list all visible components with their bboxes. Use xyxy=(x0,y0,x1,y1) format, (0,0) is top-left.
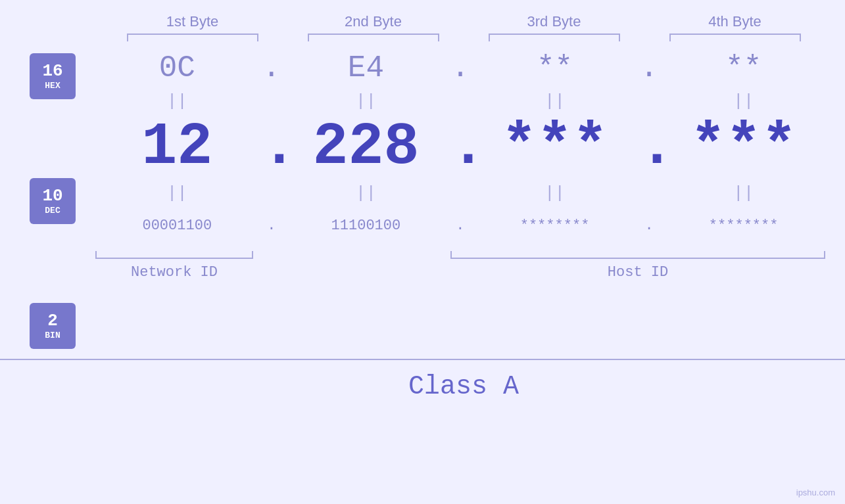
bin-dot-2: . xyxy=(450,218,470,234)
eq-2-1: || xyxy=(98,183,256,203)
top-bracket-1 xyxy=(127,34,258,41)
rows-area: 0C . E4 . ** . ** xyxy=(76,47,845,349)
byte-header-4: 4th Byte xyxy=(656,13,814,30)
eq-1-3: || xyxy=(476,91,634,111)
byte-headers: 1st Byte 2nd Byte 3rd Byte 4th Byte xyxy=(0,13,845,30)
hex-dot-3: . xyxy=(639,51,659,85)
byte-header-1: 1st Byte xyxy=(114,13,272,30)
bin-val-1: 00001100 xyxy=(98,218,256,234)
badges-column: 16 HEX 10 DEC 2 BIN xyxy=(0,47,76,349)
badge-hex-number: 16 xyxy=(42,62,62,80)
top-bracket-4 xyxy=(669,34,801,41)
top-brackets xyxy=(0,34,845,41)
main-container: 1st Byte 2nd Byte 3rd Byte 4th Byte 16 H… xyxy=(0,0,845,504)
dec-dot-2: . xyxy=(450,114,470,181)
class-label: Class A xyxy=(408,372,519,401)
badge-hex: 16 HEX xyxy=(30,53,76,99)
byte-header-3: 3rd Byte xyxy=(475,13,633,30)
content-wrapper: 16 HEX 10 DEC 2 BIN 0C . xyxy=(0,47,845,349)
network-id-label: Network ID xyxy=(95,264,253,281)
badge-dec-label: DEC xyxy=(45,206,60,216)
dec-val-2: 228 xyxy=(287,114,445,181)
bin-val-4: ******** xyxy=(665,218,823,234)
bin-dot-3: . xyxy=(639,218,659,234)
hex-val-3: ** xyxy=(476,51,634,85)
host-bracket-container xyxy=(450,251,825,259)
host-id-label: Host ID xyxy=(450,264,825,281)
badge-dec-number: 10 xyxy=(42,187,62,204)
dec-dot-3: . xyxy=(639,114,659,181)
bottom-brackets-wrapper xyxy=(95,251,825,259)
watermark: ipshu.com xyxy=(796,488,835,497)
host-bottom-bracket xyxy=(450,251,825,259)
top-bracket-2 xyxy=(308,34,439,41)
hex-dot-2: . xyxy=(450,51,470,85)
dec-val-3: *** xyxy=(476,114,634,181)
dec-dot-1: . xyxy=(262,114,281,181)
equals-row-2: || || || || xyxy=(95,181,825,204)
dec-val-1: 12 xyxy=(98,114,256,181)
top-bracket-3 xyxy=(489,34,620,41)
hex-val-1: 0C xyxy=(98,51,256,85)
badge-dec: 10 DEC xyxy=(30,178,76,224)
eq-1-4: || xyxy=(665,91,823,111)
hex-val-2: E4 xyxy=(287,51,445,85)
badge-hex-label: HEX xyxy=(45,81,60,91)
eq-2-2: || xyxy=(287,183,445,203)
byte-header-2: 2nd Byte xyxy=(295,13,452,30)
id-labels: Network ID Host ID xyxy=(95,264,825,281)
hex-row: 0C . E4 . ** . ** xyxy=(95,47,825,89)
dec-val-4: *** xyxy=(665,114,823,181)
bin-row: 00001100 . 11100100 . ******** . xyxy=(95,204,825,247)
eq-1-1: || xyxy=(98,91,256,111)
dec-row: 12 . 228 . *** . *** xyxy=(95,112,825,181)
bin-val-2: 11100100 xyxy=(287,218,445,234)
eq-2-3: || xyxy=(476,183,634,203)
eq-1-2: || xyxy=(287,91,445,111)
badge-bin: 2 BIN xyxy=(30,303,76,349)
hex-val-4: ** xyxy=(665,51,823,85)
bin-val-3: ******** xyxy=(476,218,634,234)
badge-bin-number: 2 xyxy=(47,312,58,329)
class-row: Class A xyxy=(0,359,845,401)
hex-dot-1: . xyxy=(262,51,281,85)
bin-dot-1: . xyxy=(262,218,281,234)
badge-bin-label: BIN xyxy=(45,331,60,340)
eq-2-4: || xyxy=(665,183,823,203)
equals-row-1: || || || || xyxy=(95,89,825,112)
network-bottom-bracket xyxy=(95,251,253,259)
